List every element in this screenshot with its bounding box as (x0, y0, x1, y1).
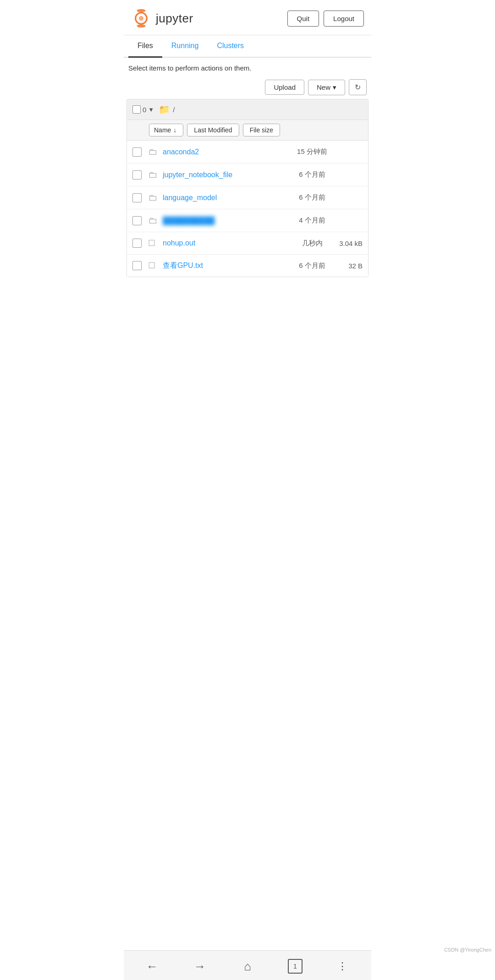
quit-button[interactable]: Quit (287, 11, 319, 27)
back-icon: ← (146, 959, 158, 974)
file-size-nohup-out: 3.04 kB (330, 240, 363, 247)
more-options-button[interactable]: ⋮ (331, 957, 354, 975)
sort-filesize-button[interactable]: File size (243, 124, 280, 136)
toolbar: Upload New ▾ ↻ (124, 76, 371, 99)
file-checkbox-anaconda2[interactable] (132, 147, 142, 157)
column-headers: Name ↓ Last Modified File size (127, 120, 368, 141)
file-checkbox-language-model[interactable] (132, 193, 142, 202)
tab-files[interactable]: Files (128, 35, 162, 58)
file-name-jupyter-notebook-file[interactable]: jupyter_notebook_file (163, 171, 294, 179)
breadcrumb-separator: / (173, 106, 175, 114)
file-mtime-blurred: 4 个月前 (294, 216, 330, 225)
header-buttons: Quit Logout (287, 11, 364, 27)
file-mtime-jupyter-notebook-file: 6 个月前 (294, 170, 330, 179)
file-name-language-model[interactable]: language_model (163, 194, 294, 202)
file-browser: 0 ▼ 📁 / Name ↓ Last Modified File size 🗀 (126, 99, 368, 277)
file-list: 🗀 anaconda2 15 分钟前 🗀 jupyter_notebook_fi… (127, 141, 368, 277)
logo: jupyter (131, 8, 193, 28)
file-size-gpu-txt: 32 B (330, 262, 363, 270)
refresh-icon: ↻ (355, 83, 361, 91)
select-all-checkbox[interactable] (132, 105, 141, 114)
home-button[interactable]: ⌂ (236, 957, 259, 975)
sort-arrow-icon: ↓ (173, 126, 176, 134)
file-checkbox-gpu-txt[interactable] (132, 261, 142, 270)
select-count: 0 (143, 106, 146, 114)
table-row: ☐ 查看GPU.txt 6 个月前 32 B (127, 255, 368, 277)
folder-icon: 🗀 (148, 192, 158, 203)
sort-lastmod-button[interactable]: Last Modified (187, 124, 239, 136)
more-icon: ⋮ (337, 960, 348, 972)
logout-button[interactable]: Logout (324, 11, 364, 27)
tab-count-box: 1 (288, 959, 302, 974)
home-icon: ⌂ (244, 959, 251, 974)
tab-clusters[interactable]: Clusters (208, 35, 253, 58)
folder-icon: 🗀 (148, 215, 158, 226)
forward-button[interactable]: → (188, 957, 211, 975)
breadcrumb-folder-icon: 📁 (159, 104, 170, 115)
file-checkbox-blurred[interactable] (132, 216, 142, 225)
file-name-blurred[interactable]: ██████████ (163, 217, 294, 225)
svg-point-1 (137, 24, 145, 27)
folder-icon: 🗀 (148, 169, 158, 180)
file-checkbox-jupyter-notebook-file[interactable] (132, 170, 142, 180)
table-row: ☐ nohup.out 几秒内 3.04 kB (127, 232, 368, 255)
file-mtime-language-model: 6 个月前 (294, 193, 330, 202)
tab-switcher-button[interactable]: 1 (284, 957, 307, 975)
col-name-label: Name (154, 126, 171, 134)
select-notice: Select items to perform actions on them. (124, 58, 371, 76)
folder-icon: 🗀 (148, 147, 158, 157)
table-row: 🗀 jupyter_notebook_file 6 个月前 (127, 163, 368, 186)
new-button-label: New (317, 83, 330, 91)
breadcrumb: 📁 / (159, 104, 175, 115)
file-name-nohup-out[interactable]: nohup.out (163, 239, 294, 247)
breadcrumb-row: 0 ▼ 📁 / (127, 99, 368, 120)
file-checkbox-nohup-out[interactable] (132, 239, 142, 248)
upload-button[interactable]: Upload (265, 80, 304, 95)
tab-running[interactable]: Running (162, 35, 208, 58)
forward-icon: → (194, 959, 206, 974)
table-row: 🗀 anaconda2 15 分钟前 (127, 141, 368, 163)
file-icon: ☐ (148, 261, 158, 271)
select-dropdown-arrow[interactable]: ▼ (148, 106, 154, 113)
file-name-anaconda2[interactable]: anaconda2 (163, 148, 294, 156)
tab-count: 1 (293, 963, 297, 970)
svg-point-0 (137, 9, 145, 12)
file-mtime-gpu-txt: 6 个月前 (294, 261, 330, 270)
new-button[interactable]: New ▾ (308, 80, 345, 95)
header: jupyter Quit Logout (124, 0, 371, 35)
file-mtime-nohup-out: 几秒内 (294, 239, 330, 248)
file-icon: ☐ (148, 238, 158, 248)
file-mtime-anaconda2: 15 分钟前 (294, 147, 330, 156)
new-dropdown-arrow: ▾ (333, 83, 336, 92)
file-name-gpu-txt[interactable]: 查看GPU.txt (163, 261, 294, 271)
table-row: 🗀 ██████████ 4 个月前 (127, 209, 368, 232)
tabs: Files Running Clusters (124, 35, 371, 58)
back-button[interactable]: ← (141, 957, 164, 975)
logo-text: jupyter (156, 11, 193, 26)
refresh-button[interactable]: ↻ (349, 79, 367, 95)
sort-name-button[interactable]: Name ↓ (149, 124, 183, 136)
jupyter-logo-icon (131, 8, 151, 28)
select-all-container: 0 ▼ (132, 105, 154, 114)
svg-point-3 (139, 16, 144, 21)
table-row: 🗀 language_model 6 个月前 (127, 186, 368, 209)
bottom-nav: ← → ⌂ 1 ⋮ (124, 950, 371, 980)
